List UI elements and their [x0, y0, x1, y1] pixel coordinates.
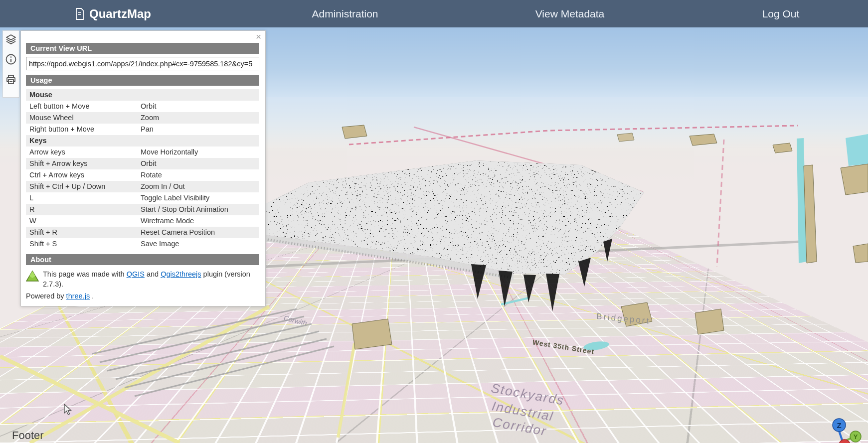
- usage-table: Mouse Left button + MoveOrbit Mouse Whee…: [26, 89, 259, 250]
- mouse-cursor: [63, 404, 74, 416]
- transit-line-3: [717, 140, 724, 267]
- usage-group-row: Keys: [26, 135, 259, 147]
- about-section-header: About: [26, 254, 259, 265]
- nav-administration[interactable]: Administration: [312, 0, 378, 27]
- usage-row: WWireframe Mode: [26, 215, 259, 227]
- threejs-link[interactable]: three.js: [66, 292, 90, 300]
- map-side-toolbar: [2, 30, 19, 98]
- info-icon[interactable]: [5, 53, 17, 65]
- footer-text: Footer: [12, 429, 44, 442]
- help-panel: × Current View URL Usage Mouse Left butt…: [20, 30, 266, 306]
- yard-label: Corwith: [283, 314, 308, 327]
- usage-section-header: Usage: [26, 75, 259, 86]
- top-navbar: QuartzMap Administration View Metadata L…: [0, 0, 868, 27]
- usage-row: Ctrl + Arrow keysRotate: [26, 169, 259, 181]
- industrial-corridor-label: Stockyards Industrial Corridor: [490, 380, 566, 439]
- axis-y-label: Y: [854, 433, 858, 441]
- usage-row: Shift + SSave Image: [26, 238, 259, 250]
- powered-suffix: .: [90, 292, 94, 300]
- usage-row: Shift + Ctrl + Up / DownZoom In / Out: [26, 181, 259, 192]
- usage-row: Shift + RReset Camera Position: [26, 227, 259, 238]
- powered-by-line: Powered by three.js .: [26, 292, 259, 300]
- usage-row: Mouse WheelZoom: [26, 112, 259, 124]
- powered-prefix: Powered by: [26, 292, 66, 300]
- about-and: and: [145, 270, 161, 278]
- about-text: This page was made with QGIS and Qgis2th…: [43, 269, 259, 289]
- lake-edge: [846, 134, 868, 166]
- print-icon[interactable]: [5, 73, 17, 85]
- url-section-header: Current View URL: [26, 43, 259, 54]
- brand-label: QuartzMap: [89, 7, 151, 21]
- about-prefix: This page was made with: [43, 270, 127, 278]
- close-icon[interactable]: ×: [256, 32, 261, 41]
- dem-block: [249, 152, 658, 311]
- qgis2threejs-logo-icon: [26, 269, 39, 282]
- usage-row: Shift + Arrow keysOrbit: [26, 158, 259, 169]
- document-icon: [75, 8, 85, 20]
- layers-icon[interactable]: [5, 33, 17, 45]
- usage-row: LToggle Label Visibility: [26, 192, 259, 204]
- usage-row: Right button + MovePan: [26, 124, 259, 135]
- current-view-url-input[interactable]: [26, 57, 259, 70]
- qgis-link[interactable]: QGIS: [127, 270, 145, 278]
- usage-row: Left button + MoveOrbit: [26, 101, 259, 112]
- usage-row: Arrow keysMove Horizontally: [26, 147, 259, 158]
- axis-gizmo: Y Z: [833, 419, 861, 443]
- nav-view-metadata[interactable]: View Metadata: [535, 0, 605, 27]
- yellow-avenue-2: [30, 306, 269, 443]
- nav-log-out[interactable]: Log Out: [762, 0, 800, 27]
- brand-link[interactable]: QuartzMap: [75, 0, 151, 27]
- yellow-avenue-3: [338, 343, 354, 438]
- street-label: West 35th Street: [532, 338, 595, 355]
- usage-row: RStart / Stop Orbit Animation: [26, 204, 259, 215]
- qgis2threejs-link[interactable]: Qgis2threejs: [161, 270, 201, 278]
- axis-z-label: Z: [837, 421, 841, 430]
- usage-group-row: Mouse: [26, 89, 259, 101]
